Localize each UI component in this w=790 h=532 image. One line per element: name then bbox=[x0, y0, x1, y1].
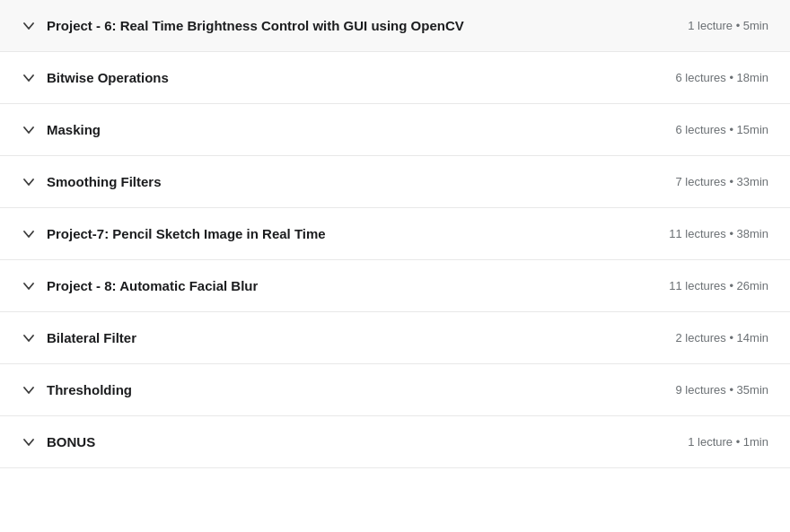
section-title-smoothing-filters: Smoothing Filters bbox=[47, 172, 162, 191]
chevron-down-icon bbox=[22, 387, 36, 394]
section-left-bilateral-filter: Bilateral Filter bbox=[22, 328, 657, 347]
section-title-project-8: Project - 8: Automatic Facial Blur bbox=[47, 276, 258, 295]
section-row-smoothing-filters[interactable]: Smoothing Filters7 lectures • 33min bbox=[0, 156, 790, 208]
chevron-down-icon bbox=[22, 22, 36, 30]
chevron-down-icon bbox=[22, 231, 36, 238]
section-row-project-6[interactable]: Project - 6: Real Time Brightness Contro… bbox=[0, 0, 790, 52]
section-title-project-6: Project - 6: Real Time Brightness Contro… bbox=[47, 16, 464, 35]
section-meta-smoothing-filters: 7 lectures • 33min bbox=[675, 175, 768, 188]
section-left-bonus: BONUS bbox=[22, 432, 670, 451]
chevron-down-icon bbox=[22, 439, 36, 446]
section-meta-bonus: 1 lecture • 1min bbox=[688, 435, 768, 449]
section-title-thresholding: Thresholding bbox=[47, 380, 132, 399]
section-title-masking: Masking bbox=[47, 120, 101, 139]
section-row-bitwise-operations[interactable]: Bitwise Operations6 lectures • 18min bbox=[0, 52, 790, 104]
section-meta-project-7: 11 lectures • 38min bbox=[669, 227, 768, 240]
section-left-masking: Masking bbox=[22, 120, 657, 139]
chevron-down-icon bbox=[22, 126, 36, 134]
chevron-down-icon bbox=[22, 335, 36, 342]
section-row-masking[interactable]: Masking6 lectures • 15min bbox=[0, 104, 790, 156]
section-left-thresholding: Thresholding bbox=[22, 380, 657, 399]
section-meta-project-6: 1 lecture • 5min bbox=[688, 19, 768, 32]
section-meta-bitwise-operations: 6 lectures • 18min bbox=[675, 71, 768, 84]
section-left-project-8: Project - 8: Automatic Facial Blur bbox=[22, 276, 651, 295]
chevron-down-icon bbox=[22, 283, 36, 290]
course-sections-list: Project - 6: Real Time Brightness Contro… bbox=[0, 0, 790, 468]
section-left-smoothing-filters: Smoothing Filters bbox=[22, 172, 657, 191]
section-row-project-7[interactable]: Project-7: Pencil Sketch Image in Real T… bbox=[0, 208, 790, 260]
section-left-bitwise-operations: Bitwise Operations bbox=[22, 68, 657, 87]
chevron-down-icon bbox=[22, 74, 36, 82]
section-meta-bilateral-filter: 2 lectures • 14min bbox=[675, 331, 768, 344]
section-meta-thresholding: 9 lectures • 35min bbox=[675, 383, 768, 397]
section-row-bilateral-filter[interactable]: Bilateral Filter2 lectures • 14min bbox=[0, 312, 790, 364]
section-left-project-6: Project - 6: Real Time Brightness Contro… bbox=[22, 16, 670, 35]
chevron-down-icon bbox=[22, 179, 36, 186]
section-row-bonus[interactable]: BONUS1 lecture • 1min bbox=[0, 416, 790, 468]
section-meta-masking: 6 lectures • 15min bbox=[675, 123, 768, 136]
section-meta-project-8: 11 lectures • 26min bbox=[669, 279, 768, 292]
section-title-project-7: Project-7: Pencil Sketch Image in Real T… bbox=[47, 224, 326, 243]
section-left-project-7: Project-7: Pencil Sketch Image in Real T… bbox=[22, 224, 651, 243]
section-title-bitwise-operations: Bitwise Operations bbox=[47, 68, 169, 87]
section-title-bonus: BONUS bbox=[47, 432, 95, 451]
section-row-project-8[interactable]: Project - 8: Automatic Facial Blur11 lec… bbox=[0, 260, 790, 312]
section-title-bilateral-filter: Bilateral Filter bbox=[47, 328, 136, 347]
section-row-thresholding[interactable]: Thresholding9 lectures • 35min bbox=[0, 364, 790, 416]
